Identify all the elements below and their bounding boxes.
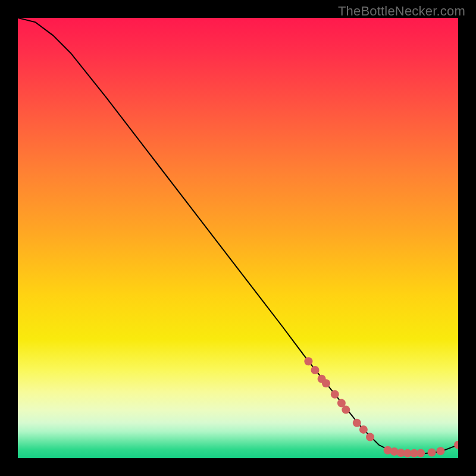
data-marker — [366, 433, 374, 441]
watermark-text: TheBottleNecker.com — [338, 4, 465, 19]
data-marker — [311, 366, 320, 374]
data-marker — [322, 379, 330, 387]
chart-container — [18, 18, 458, 458]
data-marker — [342, 406, 350, 414]
data-marker — [428, 448, 436, 456]
data-marker — [304, 357, 312, 365]
data-marker — [353, 419, 361, 427]
data-marker — [359, 425, 368, 434]
data-marker — [416, 449, 425, 457]
bottleneck-curve — [18, 18, 458, 454]
data-markers — [304, 357, 458, 458]
chart-svg — [18, 18, 458, 458]
data-marker — [454, 441, 458, 449]
data-marker — [331, 390, 339, 399]
data-marker — [436, 447, 444, 455]
